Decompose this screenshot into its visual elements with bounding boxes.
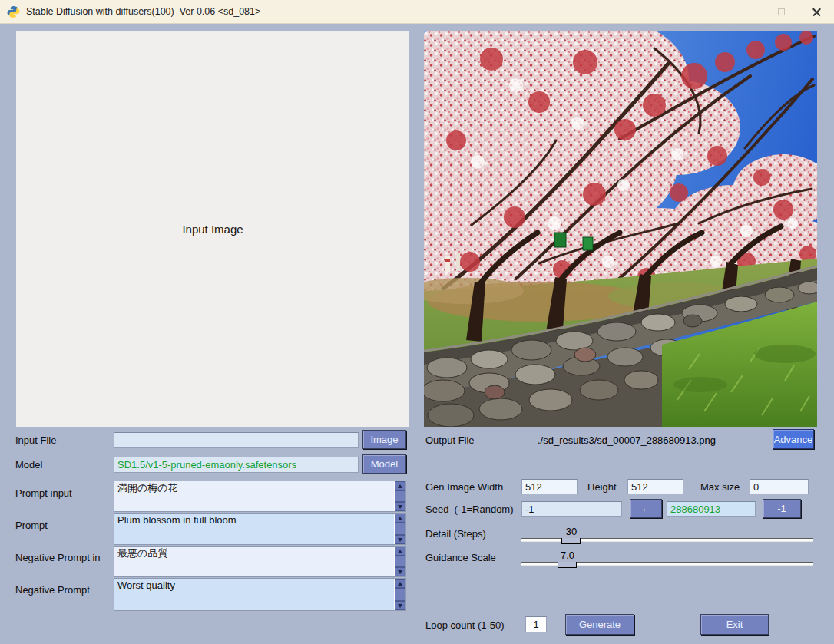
scroll-down-icon[interactable] xyxy=(395,567,405,576)
close-button[interactable] xyxy=(799,0,834,24)
steps-value: 30 xyxy=(521,526,621,537)
scroll-down-icon[interactable] xyxy=(395,535,405,544)
prompt-scrollbar[interactable] xyxy=(394,514,405,544)
prompt-label: Prompt xyxy=(15,520,48,531)
scrollbar-thumb[interactable] xyxy=(395,588,405,601)
height-field[interactable]: 512 xyxy=(627,479,683,494)
model-label: Model xyxy=(15,459,42,471)
negative-prompt-box[interactable]: Worst quality xyxy=(114,578,406,611)
model-field[interactable]: SD1.5/v1-5-pruned-emaonly.safetensors xyxy=(114,457,359,473)
scroll-down-icon[interactable] xyxy=(395,601,405,610)
image-button[interactable]: Image xyxy=(362,430,406,449)
scrollbar-thumb[interactable] xyxy=(395,556,405,567)
height-label: Height xyxy=(587,481,617,493)
input-image-placeholder: Input Image xyxy=(16,31,409,427)
negative-prompt-input-box[interactable]: 最悪の品質 xyxy=(114,546,406,577)
prompt-input-label: Prompt input xyxy=(15,487,72,499)
negative-prompt-label: Negative Prompt xyxy=(15,584,90,596)
negative-prompt-scrollbar[interactable] xyxy=(394,579,405,610)
advance-button[interactable]: Advance xyxy=(773,429,814,449)
loop-count-field[interactable]: 1 xyxy=(525,616,547,632)
minimize-icon xyxy=(742,12,750,13)
scroll-up-icon[interactable] xyxy=(395,514,405,523)
exit-button[interactable]: Exit xyxy=(700,614,769,635)
negative-prompt-text[interactable]: Worst quality xyxy=(114,579,394,610)
window-controls xyxy=(728,0,834,24)
titlebar: Stable Diffusion with diffusers(100) Ver… xyxy=(0,0,834,24)
max-size-field[interactable]: 0 xyxy=(750,479,809,494)
output-file-label: Output File xyxy=(425,434,475,446)
gen-width-field[interactable]: 512 xyxy=(521,479,578,494)
guidance-label: Guidance Scale xyxy=(425,552,496,563)
app-icon xyxy=(7,5,20,18)
output-file-path: ./sd_results3/sd_00007_288680913.png xyxy=(538,434,716,446)
output-image xyxy=(424,31,817,427)
input-image-placeholder-text: Input Image xyxy=(182,223,243,236)
seed-field[interactable]: -1 xyxy=(521,501,622,517)
prompt-input-text[interactable]: 満開の梅の花 xyxy=(114,481,394,511)
gen-width-label: Gen Image Width xyxy=(425,481,503,493)
prompt-text[interactable]: Plum blossom in full bloom xyxy=(114,514,394,544)
negative-prompt-input-scrollbar[interactable] xyxy=(394,547,405,576)
scroll-up-icon[interactable] xyxy=(395,547,405,556)
steps-label: Detail (Steps) xyxy=(425,528,486,540)
maximize-button xyxy=(763,0,799,24)
scroll-down-icon[interactable] xyxy=(395,502,405,511)
input-file-label: Input File xyxy=(15,434,56,446)
scroll-up-icon[interactable] xyxy=(395,481,405,490)
scroll-up-icon[interactable] xyxy=(395,579,405,588)
scrollbar-thumb[interactable] xyxy=(395,490,405,502)
prompt-input-scrollbar[interactable] xyxy=(394,481,405,511)
steps-slider-handle[interactable] xyxy=(561,538,581,544)
max-size-label: Max size xyxy=(700,481,740,493)
prompt-box[interactable]: Plum blossom in full bloom xyxy=(114,513,406,545)
maximize-icon xyxy=(778,8,785,15)
guidance-value: 7.0 xyxy=(521,550,614,561)
negative-prompt-input-text[interactable]: 最悪の品質 xyxy=(114,547,394,576)
app-window: Stable Diffusion with diffusers(100) Ver… xyxy=(0,0,834,644)
window-title: Stable Diffusion with diffusers(100) Ver… xyxy=(26,6,260,17)
negative-prompt-input-label: Negative Prompt in xyxy=(15,552,101,563)
seed-copy-button[interactable]: ← xyxy=(630,499,662,518)
last-seed-field[interactable]: 288680913 xyxy=(667,501,756,517)
prompt-input-box[interactable]: 満開の梅の花 xyxy=(114,481,406,512)
generate-button[interactable]: Generate xyxy=(565,614,634,635)
seed-reset-button[interactable]: -1 xyxy=(763,499,801,518)
seed-label: Seed (-1=Random) xyxy=(425,504,514,515)
input-file-field[interactable] xyxy=(114,432,359,448)
minimize-button[interactable] xyxy=(728,0,763,24)
loop-count-label: Loop count (1-50) xyxy=(425,619,505,631)
guidance-slider-handle[interactable] xyxy=(558,562,577,568)
model-button[interactable]: Model xyxy=(362,454,406,474)
scrollbar-thumb[interactable] xyxy=(395,523,405,535)
